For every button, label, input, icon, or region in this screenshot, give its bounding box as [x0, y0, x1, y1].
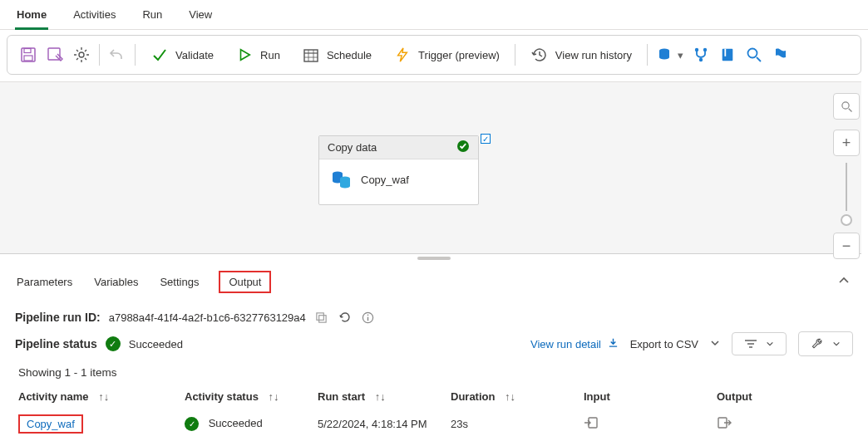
lightning-icon	[393, 46, 412, 64]
download-icon	[608, 338, 619, 350]
zoom-thumb[interactable]	[841, 214, 852, 226]
svg-point-12	[703, 48, 707, 51]
schedule-button[interactable]: Schedule	[295, 42, 378, 67]
trigger-label: Trigger (preview)	[418, 49, 500, 61]
zoom-track[interactable]	[846, 163, 847, 211]
book-icon[interactable]	[718, 46, 737, 64]
svg-rect-1	[24, 49, 31, 53]
row-duration: 23s	[451, 418, 584, 430]
sort-icon[interactable]: ↑↓	[98, 390, 109, 403]
tab-parameters[interactable]: Parameters	[15, 272, 74, 292]
table-row: Copy_waf ✓ Succeeded 5/22/2024, 4:18:14 …	[18, 414, 853, 434]
col-activity-name[interactable]: Activity name ↑↓	[18, 390, 185, 403]
svg-point-27	[367, 314, 369, 316]
svg-point-21	[841, 101, 848, 108]
tab-output[interactable]: Output	[219, 271, 271, 293]
tab-variables[interactable]: Variables	[92, 272, 140, 292]
status-success-icon: ✓	[185, 417, 199, 431]
svg-line-17	[757, 57, 761, 61]
filter-button[interactable]	[732, 332, 787, 355]
col-activity-status[interactable]: Activity status ↑↓	[185, 390, 318, 403]
col-label: Activity status	[185, 390, 259, 403]
undo-icon[interactable]	[108, 46, 126, 64]
info-icon[interactable]	[361, 310, 376, 325]
schedule-label: Schedule	[327, 49, 372, 61]
tab-activities[interactable]: Activities	[72, 5, 117, 29]
zoom-out-button[interactable]: −	[833, 233, 860, 259]
input-icon[interactable]	[584, 418, 599, 432]
svg-point-13	[699, 58, 703, 61]
save-as-icon[interactable]	[46, 46, 64, 64]
tab-settings-lower[interactable]: Settings	[158, 272, 200, 292]
copy-icon[interactable]	[314, 310, 329, 325]
chevron-down-icon	[766, 340, 774, 348]
pipeline-canvas[interactable]: Copy data Copy_waf ✓	[0, 81, 861, 254]
save-icon[interactable]	[19, 46, 37, 64]
col-run-start[interactable]: Run start ↑↓	[318, 390, 451, 403]
collapse-panel-icon[interactable]	[838, 275, 850, 289]
canvas-search-button[interactable]	[833, 93, 860, 120]
view-run-detail-link[interactable]: View run detail	[530, 337, 619, 350]
col-label: Activity name	[18, 390, 89, 403]
status-text: Succeeded	[129, 338, 183, 350]
activity-name-link[interactable]: Copy_waf	[18, 414, 83, 434]
node-checkbox[interactable]: ✓	[481, 134, 491, 144]
lower-tabs: Parameters Variables Settings Output	[0, 261, 868, 301]
wrench-icon	[811, 337, 824, 350]
activities-table: Activity name ↑↓ Activity status ↑↓ Run …	[0, 379, 868, 439]
canvas-controls: + −	[833, 93, 860, 259]
output-icon[interactable]	[717, 418, 732, 432]
copy-data-icon	[329, 168, 353, 191]
toolbar-separator	[99, 44, 100, 66]
main-tabs: Home Activities Run View	[0, 0, 868, 30]
view-run-detail-label: View run detail	[530, 338, 601, 350]
run-button[interactable]: Run	[229, 42, 287, 67]
filter-icon	[744, 338, 757, 350]
run-info: Pipeline run ID: a7988a4f-41f4-4a2f-b1c6…	[0, 301, 868, 356]
table-header: Activity name ↑↓ Activity status ↑↓ Run …	[18, 390, 853, 414]
svg-rect-15	[725, 49, 727, 56]
activity-type-label: Copy data	[328, 141, 377, 154]
tab-view[interactable]: View	[187, 5, 214, 29]
activity-node-header: Copy data	[319, 136, 478, 159]
history-label: View run history	[555, 49, 632, 61]
col-output: Output	[717, 390, 833, 403]
toolbar-separator	[515, 44, 515, 66]
export-csv-button[interactable]: Export to CSV	[630, 338, 698, 350]
showing-count: Showing 1 - 1 items	[0, 356, 868, 379]
run-id-label: Pipeline run ID:	[15, 311, 101, 324]
chevron-down-icon[interactable]	[710, 338, 720, 350]
sort-icon[interactable]: ↑↓	[375, 390, 386, 403]
tab-home[interactable]: Home	[15, 5, 48, 30]
tab-run[interactable]: Run	[141, 5, 164, 29]
chevron-down-icon	[832, 340, 841, 348]
search-icon[interactable]	[745, 46, 763, 64]
svg-point-16	[748, 49, 757, 58]
sort-icon[interactable]: ↑↓	[269, 390, 279, 403]
history-button[interactable]: View run history	[524, 42, 639, 67]
activity-name-label: Copy_waf	[361, 174, 409, 186]
validate-button[interactable]: Validate	[144, 42, 220, 67]
gear-icon[interactable]	[72, 46, 91, 64]
chevron-down-icon[interactable]: ▾	[678, 49, 683, 61]
activity-node[interactable]: Copy data Copy_waf ✓	[318, 135, 479, 205]
database-icon[interactable]	[656, 46, 674, 64]
sort-icon[interactable]: ↑↓	[505, 390, 515, 403]
zoom-in-button[interactable]: +	[833, 130, 860, 156]
branch-icon[interactable]	[692, 46, 710, 64]
svg-rect-23	[317, 312, 323, 319]
col-label: Duration	[451, 390, 495, 403]
svg-line-22	[848, 108, 851, 111]
col-duration[interactable]: Duration ↑↓	[451, 390, 584, 403]
col-label: Input	[584, 390, 610, 403]
svg-point-4	[79, 52, 84, 57]
row-run-start: 5/22/2024, 4:18:14 PM	[318, 418, 451, 430]
svg-point-11	[695, 48, 698, 51]
run-id-value: a7988a4f-41f4-4a2f-b1c6-6327763129a4	[109, 311, 306, 324]
settings-button[interactable]	[798, 331, 853, 356]
svg-rect-5	[304, 50, 318, 61]
trigger-button[interactable]: Trigger (preview)	[387, 42, 506, 67]
flag-icon[interactable]	[772, 46, 790, 64]
col-label: Run start	[318, 390, 365, 403]
refresh-icon[interactable]	[338, 310, 353, 325]
